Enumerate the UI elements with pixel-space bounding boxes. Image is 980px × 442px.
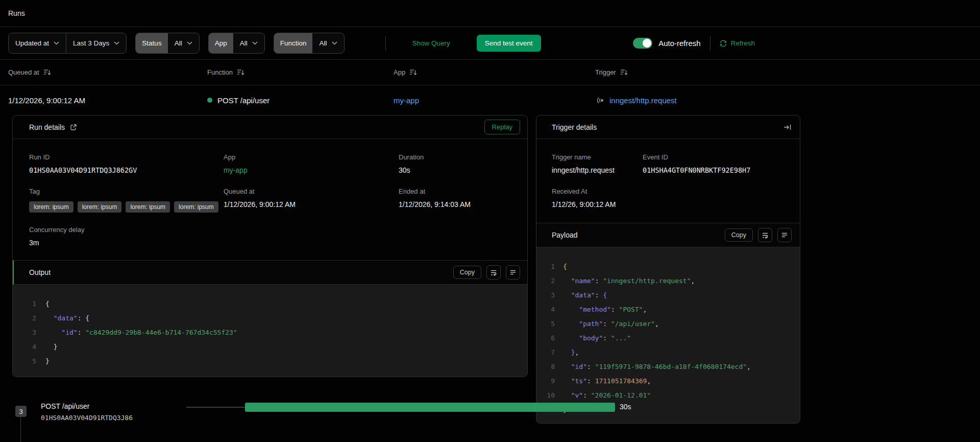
app-link[interactable]: my-app xyxy=(394,96,419,105)
function-filter-label: Function xyxy=(274,33,313,53)
trigger-link[interactable]: inngest/http.request xyxy=(609,96,677,105)
field-label: Queued at xyxy=(224,188,399,195)
run-details-card: Run details Replay Run ID 01HS0AA03V04D9… xyxy=(12,115,528,377)
ended-at-value: 1/12/2026, 9:14:03 AM xyxy=(399,200,511,208)
code-line: 7 }, xyxy=(536,345,800,360)
align-left-button[interactable] xyxy=(506,265,520,280)
field-event-id: Event ID 01HSHA4GT0FN0NRBKTF92E98H7 xyxy=(643,153,785,174)
word-wrap-icon xyxy=(762,231,769,239)
code-line: 1{ xyxy=(536,260,800,274)
sort-icon xyxy=(409,69,417,76)
app-filter-label: App xyxy=(209,33,233,53)
send-test-event-button[interactable]: Send test event xyxy=(477,35,541,52)
status-filter-selected: All xyxy=(175,39,182,47)
tag-chip: lorem: ipsum xyxy=(126,201,170,213)
function-filter[interactable]: Function All xyxy=(274,33,345,54)
trigger-details-fields: Trigger name inngest/http.request Event … xyxy=(536,139,800,223)
col-label: Queued at xyxy=(8,68,39,76)
col-label: Trigger xyxy=(595,68,616,76)
function-filter-selected: All xyxy=(319,39,327,47)
queued-at-value: 1/12/2026, 9:00:12 AM xyxy=(224,200,399,208)
word-wrap-button[interactable] xyxy=(758,228,772,242)
show-query-button[interactable]: Show Query xyxy=(412,39,450,47)
chevron-down-icon xyxy=(114,41,119,45)
timeline-vertical-line xyxy=(20,417,21,442)
auto-refresh-toggle[interactable] xyxy=(633,38,652,49)
word-wrap-button[interactable] xyxy=(486,265,501,280)
col-header-function[interactable]: Function xyxy=(207,68,394,76)
field-queued-at: Queued at 1/12/2026, 9:00:12 AM xyxy=(224,188,399,213)
timeline-duration-label: 30s xyxy=(620,403,631,411)
field-received-at: Received At 1/12/26, 9:00:12 AM xyxy=(552,188,785,208)
align-left-icon xyxy=(509,269,517,276)
time-range-dropdown[interactable]: Last 3 Days xyxy=(66,33,126,53)
col-header-queued-at[interactable]: Queued at xyxy=(8,68,207,76)
app-link-green[interactable]: my-app xyxy=(224,166,399,174)
top-bar: Runs xyxy=(0,0,980,27)
copy-output-button[interactable]: Copy xyxy=(453,266,481,279)
refresh-label: Refresh xyxy=(731,39,755,47)
sort-icon xyxy=(237,69,244,76)
col-header-app[interactable]: App xyxy=(394,68,595,76)
field-app: App my-app xyxy=(224,153,399,174)
sort-time-filter-group: Updated at Last 3 Days xyxy=(8,33,127,54)
refresh-button[interactable]: Refresh xyxy=(720,39,755,47)
run-timeline: 3 POST /api/user 01HS0AA03V04D91RTDQ3J86… xyxy=(0,400,653,442)
status-dot xyxy=(207,98,212,103)
run-row[interactable]: 1/12/2026, 9:00:12 AM POST /api/user my-… xyxy=(0,85,980,115)
app-filter-selected: All xyxy=(240,39,248,47)
status-filter-value[interactable]: All xyxy=(168,33,199,53)
col-label: Function xyxy=(207,68,233,76)
run-queued-at: 1/12/2026, 9:00:12 AM xyxy=(8,96,207,105)
field-label: Concurrency delay xyxy=(29,226,511,234)
copy-payload-button[interactable]: Copy xyxy=(725,228,753,242)
chevron-down-icon xyxy=(54,41,59,45)
output-code: 1{2 "data": {3 "id": "c8429dd9-29b8-44e6… xyxy=(13,285,527,377)
chevron-down-icon xyxy=(187,41,192,45)
code-line: 4 "method": "POST", xyxy=(536,303,800,317)
sort-field-dropdown[interactable]: Updated at xyxy=(9,33,66,53)
timeline-duration-bar[interactable] xyxy=(245,403,615,412)
filter-bar: Updated at Last 3 Days Status All App Al… xyxy=(0,27,980,60)
code-line: 6 "body": "..." xyxy=(536,331,800,345)
align-left-button[interactable] xyxy=(777,228,792,242)
replay-button[interactable]: Replay xyxy=(484,120,520,134)
function-filter-value[interactable]: All xyxy=(312,33,344,53)
field-label: Run ID xyxy=(29,153,224,161)
field-label: Event ID xyxy=(643,153,785,161)
field-concurrency-delay: Concurrency delay 3m xyxy=(29,226,511,247)
field-label: Received At xyxy=(552,188,785,195)
code-line: 5 "path": "/api/user", xyxy=(536,317,800,331)
col-label: App xyxy=(394,68,405,76)
payload-title: Payload xyxy=(552,231,578,239)
run-details-title: Run details xyxy=(29,123,65,131)
received-at-value: 1/12/26, 9:00:12 AM xyxy=(552,200,785,208)
run-function-name: POST /api/user xyxy=(217,96,270,105)
app-filter-value[interactable]: All xyxy=(233,33,264,53)
field-label: Tag xyxy=(29,188,224,195)
main-content: Run details Replay Run ID 01HS0AA03V04D9… xyxy=(0,115,980,442)
collapse-panel-icon[interactable] xyxy=(783,124,792,131)
runs-table-header: Queued at Function App Trigger xyxy=(0,60,980,85)
col-header-trigger[interactable]: Trigger xyxy=(595,68,972,76)
sort-icon xyxy=(43,69,51,76)
timeline-function-name: POST /api/user xyxy=(41,402,89,410)
time-range-label: Last 3 Days xyxy=(73,39,109,47)
status-filter[interactable]: Status All xyxy=(135,33,199,54)
duration-value: 30s xyxy=(399,166,511,174)
event-id-value: 01HSHA4GT0FN0NRBKTF92E98H7 xyxy=(643,166,785,174)
step-count-badge[interactable]: 3 xyxy=(15,406,27,417)
external-link-icon[interactable] xyxy=(70,124,77,131)
trigger-details-card: Trigger details Trigger name inngest/htt… xyxy=(536,115,800,424)
app-filter[interactable]: App All xyxy=(208,33,265,54)
code-line: 9 "ts": 1711051784369, xyxy=(536,374,800,388)
code-line: 2 "data": { xyxy=(13,311,527,325)
code-line: 3 "data": { xyxy=(536,288,800,303)
status-filter-label: Status xyxy=(136,33,167,53)
field-label: App xyxy=(224,153,399,161)
field-label: Duration xyxy=(399,153,511,161)
field-duration: Duration 30s xyxy=(399,153,511,174)
run-function-cell[interactable]: POST /api/user xyxy=(207,96,394,105)
output-section-bar: Output Copy xyxy=(13,260,527,285)
run-app-cell: my-app xyxy=(394,96,595,105)
